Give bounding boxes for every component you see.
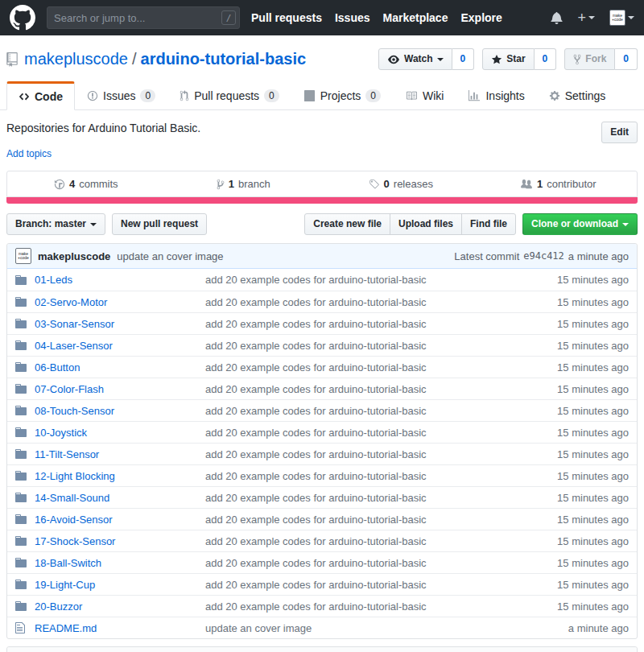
file-commit-message-link[interactable]: update an cover image bbox=[205, 622, 312, 634]
file-commit-message-link[interactable]: add 20 example codes for arduino-tutoria… bbox=[205, 557, 427, 569]
file-age: 15 minutes ago bbox=[508, 514, 629, 526]
file-name-link[interactable]: 14-Small-Sound bbox=[35, 492, 109, 504]
project-icon bbox=[303, 90, 316, 101]
search-input[interactable] bbox=[47, 6, 240, 29]
folder-icon bbox=[15, 600, 27, 613]
gear-icon bbox=[549, 90, 560, 101]
file-name-link[interactable]: 01-Leds bbox=[35, 274, 72, 286]
create-new-dropdown-button[interactable]: + bbox=[577, 10, 595, 25]
fork-button[interactable]: Fork bbox=[564, 48, 615, 70]
file-name-link[interactable]: 18-Ball-Switch bbox=[35, 557, 101, 569]
language-bar[interactable] bbox=[6, 197, 638, 204]
file-commit-message-link[interactable]: add 20 example codes for arduino-tutoria… bbox=[205, 535, 427, 547]
file-name-link[interactable]: README.md bbox=[35, 622, 97, 634]
commit-author-avatar[interactable]: make +code bbox=[15, 248, 31, 264]
header-nav-link[interactable]: Marketplace bbox=[383, 11, 448, 24]
slash-key-hint: / bbox=[221, 10, 236, 25]
header-nav-link[interactable]: Explore bbox=[460, 11, 502, 24]
file-name-link[interactable]: 03-Sonar-Sensor bbox=[35, 318, 114, 330]
file-commit-message-link[interactable]: add 20 example codes for arduino-tutoria… bbox=[205, 470, 427, 482]
file-commit-message-link[interactable]: add 20 example codes for arduino-tutoria… bbox=[205, 514, 427, 526]
file-commit-message-link[interactable]: add 20 example codes for arduino-tutoria… bbox=[205, 448, 427, 460]
clone-or-download-button[interactable]: Clone or download bbox=[522, 213, 638, 235]
table-row: README.md update an cover image a minute… bbox=[7, 617, 637, 638]
add-topics-link[interactable]: Add topics bbox=[6, 148, 52, 159]
github-logo[interactable] bbox=[10, 5, 35, 31]
code-icon bbox=[19, 91, 30, 102]
repo-header: makepluscode / arduino-tutorial-basic Wa… bbox=[6, 35, 638, 70]
graph-icon bbox=[468, 90, 481, 101]
file-commit-message-link[interactable]: add 20 example codes for arduino-tutoria… bbox=[205, 296, 427, 308]
file-commit-message-link[interactable]: add 20 example codes for arduino-tutoria… bbox=[205, 492, 427, 504]
star-count[interactable]: 0 bbox=[535, 48, 557, 70]
upload-files-button[interactable]: Upload files bbox=[390, 213, 462, 235]
repo-name-link[interactable]: arduino-tutorial-basic bbox=[141, 50, 307, 68]
file-name-link[interactable]: 04-Laser-Sensor bbox=[35, 340, 113, 352]
watch-count[interactable]: 0 bbox=[452, 48, 475, 70]
file-name-link[interactable]: 06-Button bbox=[35, 361, 80, 373]
file-commit-message-link[interactable]: add 20 example codes for arduino-tutoria… bbox=[205, 274, 427, 286]
header-nav-link[interactable]: Issues bbox=[335, 11, 370, 24]
create-new-file-button[interactable]: Create new file bbox=[304, 213, 390, 235]
file-commit-message-link[interactable]: add 20 example codes for arduino-tutoria… bbox=[205, 405, 427, 417]
file-name-link[interactable]: 17-Shock-Sensor bbox=[35, 535, 115, 547]
notifications-bell-button[interactable] bbox=[551, 11, 563, 24]
tab-wiki[interactable]: Wiki bbox=[393, 81, 456, 110]
new-pull-request-button[interactable]: New pull request bbox=[112, 213, 207, 235]
file-commit-message-link[interactable]: add 20 example codes for arduino-tutoria… bbox=[205, 600, 427, 613]
contributors-stat[interactable]: 1contributor bbox=[480, 171, 638, 196]
file-commit-message-link[interactable]: add 20 example codes for arduino-tutoria… bbox=[205, 427, 427, 439]
readme-header: README.md bbox=[7, 647, 637, 652]
file-name-link[interactable]: 02-Servo-Motor bbox=[35, 296, 107, 308]
commit-sha-link[interactable]: e94c412 bbox=[523, 250, 564, 262]
file-age: 15 minutes ago bbox=[508, 492, 629, 504]
commits-stat[interactable]: 4commits bbox=[7, 171, 165, 196]
star-button[interactable]: Star bbox=[482, 48, 534, 70]
header-nav-link[interactable]: Pull requests bbox=[251, 11, 322, 24]
watch-button[interactable]: Watch bbox=[378, 48, 452, 70]
file-name-link[interactable]: 10-Joystick bbox=[35, 427, 87, 439]
folder-icon bbox=[15, 404, 27, 417]
star-icon bbox=[491, 54, 502, 65]
file-commit-message-link[interactable]: add 20 example codes for arduino-tutoria… bbox=[205, 340, 427, 352]
file-name-link[interactable]: 16-Avoid-Sensor bbox=[35, 514, 113, 526]
repo-owner-link[interactable]: makepluscode bbox=[24, 50, 128, 68]
commit-message-link[interactable]: update an cover image bbox=[117, 250, 223, 262]
repo-tabbar: Code Issues 0 Pull requests 0 Projects 0… bbox=[0, 81, 644, 110]
file-name-link[interactable]: 08-Touch-Sensor bbox=[35, 405, 114, 417]
tab-settings[interactable]: Settings bbox=[537, 81, 618, 110]
file-age: 15 minutes ago bbox=[508, 383, 629, 395]
table-row: 08-Touch-Sensor add 20 example codes for… bbox=[7, 399, 637, 421]
table-row: 20-Buzzor add 20 example codes for ardui… bbox=[7, 595, 637, 617]
file-name-link[interactable]: 20-Buzzor bbox=[35, 600, 82, 613]
social-buttons: Watch 0 Star 0 Fork 0 bbox=[378, 48, 638, 70]
file-name-link[interactable]: 12-Light Blocking bbox=[35, 470, 115, 482]
user-menu-button[interactable]: make +code bbox=[609, 10, 634, 26]
find-file-button[interactable]: Find file bbox=[461, 213, 516, 235]
book-icon bbox=[405, 90, 418, 101]
top-header: / Pull requestsIssuesMarketplaceExplore … bbox=[0, 0, 644, 35]
edit-description-button[interactable]: Edit bbox=[601, 122, 638, 143]
file-commit-message-link[interactable]: add 20 example codes for arduino-tutoria… bbox=[205, 383, 427, 395]
file-name-link[interactable]: 07-Color-Flash bbox=[35, 383, 104, 395]
file-name-link[interactable]: 11-Tilt-Sensor bbox=[35, 448, 99, 460]
repo-title: makepluscode / arduino-tutorial-basic bbox=[6, 50, 306, 68]
tab-pull-requests[interactable]: Pull requests 0 bbox=[167, 81, 291, 110]
file-commit-message-link[interactable]: add 20 example codes for arduino-tutoria… bbox=[205, 318, 427, 330]
file-name-link[interactable]: 19-Light-Cup bbox=[35, 579, 95, 591]
tab-projects[interactable]: Projects 0 bbox=[291, 81, 393, 110]
fork-count[interactable]: 0 bbox=[615, 48, 638, 70]
file-commit-message-link[interactable]: add 20 example codes for arduino-tutoria… bbox=[205, 579, 427, 591]
tab-insights[interactable]: Insights bbox=[456, 81, 536, 110]
releases-stat[interactable]: 0releases bbox=[322, 171, 480, 196]
tab-issues[interactable]: Issues 0 bbox=[75, 81, 167, 110]
branch-select-button[interactable]: Branch: master bbox=[6, 213, 105, 235]
file-age: 15 minutes ago bbox=[508, 340, 629, 352]
branches-stat[interactable]: 1branch bbox=[165, 171, 323, 196]
plus-icon: + bbox=[577, 10, 586, 25]
file-commit-message-link[interactable]: add 20 example codes for arduino-tutoria… bbox=[205, 361, 427, 373]
tab-code[interactable]: Code bbox=[6, 81, 75, 110]
history-icon bbox=[54, 179, 65, 190]
commit-author-link[interactable]: makepluscode bbox=[38, 250, 110, 262]
file-age: 15 minutes ago bbox=[508, 470, 629, 482]
